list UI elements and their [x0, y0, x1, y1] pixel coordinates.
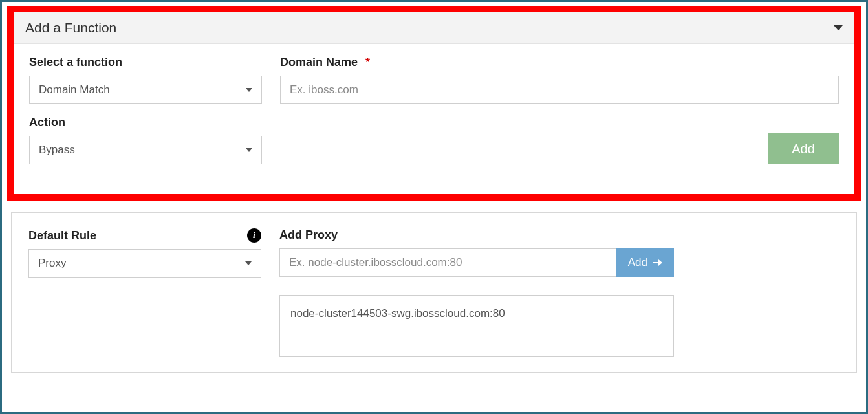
page-container: Add a Function Select a function Domain … — [0, 0, 868, 414]
add-function-header[interactable]: Add a Function — [14, 12, 854, 44]
row-default-proxy: Default Rule i Proxy Add Proxy Add — [28, 228, 840, 357]
proxy-list-item[interactable]: node-cluster144503-swg.ibosscloud.com:80 — [290, 307, 663, 320]
select-function-label: Select a function — [29, 56, 262, 69]
default-rule-label-row: Default Rule i — [28, 228, 261, 243]
domain-name-label: Domain Name * — [280, 56, 839, 69]
chevron-down-icon — [246, 88, 252, 92]
collapse-caret-icon — [834, 25, 843, 30]
row-action: Action Bypass Add — [29, 116, 839, 164]
add-proxy-input[interactable] — [279, 248, 616, 277]
domain-name-label-text: Domain Name — [280, 56, 358, 69]
select-function-dropdown[interactable]: Domain Match — [29, 76, 262, 104]
default-rule-value: Proxy — [38, 257, 66, 270]
add-proxy-label: Add Proxy — [279, 228, 674, 242]
add-function-panel: Add a Function Select a function Domain … — [7, 6, 861, 201]
action-label: Action — [29, 116, 262, 129]
info-icon[interactable]: i — [247, 228, 261, 243]
action-dropdown[interactable]: Bypass — [29, 136, 262, 164]
domain-name-input[interactable] — [280, 76, 839, 104]
default-rule-field: Default Rule i Proxy — [28, 228, 261, 278]
action-field: Action Bypass — [29, 116, 262, 164]
chevron-down-icon — [246, 148, 252, 152]
select-function-field: Select a function Domain Match — [29, 56, 262, 104]
add-function-button[interactable]: Add — [768, 133, 839, 164]
proxy-panel: Default Rule i Proxy Add Proxy Add — [11, 212, 857, 373]
domain-name-field: Domain Name * — [280, 56, 839, 104]
proxy-list[interactable]: node-cluster144503-swg.ibosscloud.com:80 — [279, 295, 674, 357]
chevron-down-icon — [245, 261, 252, 265]
arrow-right-icon — [653, 258, 662, 267]
add-proxy-field: Add Proxy Add node-cluster144503-swg.ibo… — [279, 228, 674, 357]
action-value: Bypass — [39, 144, 75, 157]
default-rule-dropdown[interactable]: Proxy — [28, 249, 261, 278]
select-function-value: Domain Match — [39, 83, 110, 96]
required-asterisk: * — [365, 56, 370, 69]
add-proxy-button[interactable]: Add — [616, 248, 674, 277]
add-function-title: Add a Function — [25, 20, 116, 36]
row-function-domain: Select a function Domain Match Domain Na… — [29, 56, 839, 104]
add-proxy-button-label: Add — [628, 256, 647, 269]
default-rule-label: Default Rule — [28, 229, 96, 243]
add-proxy-input-group: Add — [279, 248, 674, 277]
add-function-body: Select a function Domain Match Domain Na… — [14, 44, 854, 194]
